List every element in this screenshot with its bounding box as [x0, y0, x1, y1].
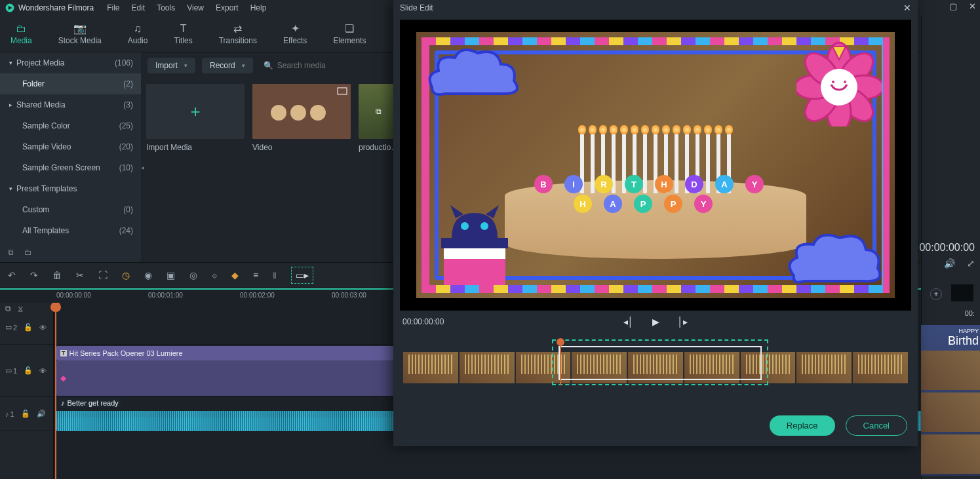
camera-icon: 📷	[73, 22, 87, 35]
tab-audio[interactable]: ♫Audio	[123, 20, 153, 48]
lock-icon[interactable]: 🔓	[24, 323, 33, 332]
panel-collapse-handle[interactable]: ◂	[141, 157, 147, 177]
tab-elements[interactable]: ❏Elements	[328, 20, 371, 48]
speed-icon[interactable]: ◷	[122, 270, 130, 280]
filmstrip-thumb[interactable]	[516, 352, 571, 383]
tab-stock-media[interactable]: 📷Stock Media	[53, 20, 107, 48]
tab-titles[interactable]: TTitles	[168, 20, 197, 48]
menu-file[interactable]: File	[107, 3, 119, 12]
replace-button[interactable]: Replace	[770, 415, 835, 436]
filmstrip-thumb[interactable]	[572, 352, 627, 383]
preview-controls: 🔊 ⤢	[944, 258, 975, 269]
chevron-down-icon: ▾	[9, 185, 12, 192]
ruler-tick: 00:00:01:00	[148, 292, 183, 299]
menu-help[interactable]: Help	[250, 3, 267, 12]
track-manager-icon[interactable]: ⧉	[5, 304, 11, 309]
svg-point-4	[310, 105, 326, 121]
split-icon[interactable]: ✂	[76, 270, 84, 280]
fullscreen-icon[interactable]: ⤢	[967, 258, 975, 269]
record-dropdown[interactable]: Record▾	[202, 58, 253, 73]
media-card-import[interactable]: + Import Media	[146, 84, 245, 152]
filmstrip-thumb[interactable]	[796, 352, 852, 383]
speaker-icon[interactable]: 🔊	[37, 410, 46, 418]
preview-thumb-dark	[951, 284, 973, 301]
sidebar-sample-video[interactable]: Sample Video(20)	[0, 136, 141, 157]
sidebar-project-media[interactable]: ▾Project Media(106)	[0, 52, 141, 73]
new-bin-icon[interactable]: ⧉	[8, 248, 14, 257]
import-dropdown[interactable]: Import▾	[147, 58, 195, 73]
filmstrip-playhead[interactable]	[560, 339, 561, 385]
color-icon[interactable]: ◉	[144, 270, 152, 280]
eye-icon[interactable]: 👁	[39, 367, 47, 375]
music-note-icon: ♫	[134, 23, 142, 35]
media-card-production[interactable]: ⧉ productio…	[359, 84, 398, 152]
app-title: Wondershare Filmora	[18, 3, 94, 12]
tab-effects[interactable]: ✦Effects	[278, 20, 312, 48]
delete-icon[interactable]: 🗑	[52, 270, 62, 280]
audio-mixer-icon[interactable]: ⦀	[273, 270, 277, 281]
search-input[interactable]	[277, 61, 356, 70]
track-head-v1: ▭1🔓👁	[0, 345, 53, 397]
close-icon[interactable]: ✕	[903, 3, 911, 13]
eye-icon[interactable]: 👁	[39, 324, 47, 332]
detach-icon[interactable]: ⟐	[212, 270, 217, 280]
right-filmstrip[interactable]: HAPPYBirthd	[921, 325, 980, 476]
folder-icon: 🗀	[16, 23, 26, 35]
sidebar-sample-green-screen[interactable]: Sample Green Screen(10)	[0, 157, 141, 178]
lock-icon[interactable]: 🔓	[21, 410, 30, 418]
sidebar-bottom-icons: ⧉ 🗀	[0, 242, 141, 262]
gem-icon: ◆	[60, 374, 66, 383]
title-clip[interactable]: THit Series Pack Opener 03 Lumiere	[56, 346, 417, 360]
freeze-icon[interactable]: ▣	[167, 270, 175, 280]
tab-transitions[interactable]: ⇄Transitions	[214, 20, 262, 48]
menu-edit[interactable]: Edit	[132, 3, 146, 12]
keyframe-icon[interactable]: ◆	[231, 270, 239, 280]
menu-view[interactable]: View	[187, 3, 204, 12]
menu-export[interactable]: Export	[216, 3, 239, 12]
timeline-playhead[interactable]	[55, 303, 56, 479]
filmstrip-thumb[interactable]	[684, 352, 739, 383]
play-icon[interactable]: ▶	[652, 316, 659, 327]
dialog-title-bar: Slide Edit ✕	[393, 0, 918, 16]
svg-point-16	[844, 81, 846, 83]
audio-track-icon: ♪	[5, 410, 9, 418]
render-preview-icon[interactable]: ▭▸	[291, 267, 313, 284]
add-marker-icon[interactable]: +	[930, 288, 942, 300]
maximize-icon[interactable]: ▢	[949, 1, 957, 11]
filmstrip-thumb[interactable]	[628, 352, 683, 383]
undo-icon[interactable]: ↶	[8, 270, 16, 280]
sidebar-folder[interactable]: Folder(2)	[0, 73, 141, 94]
crop-icon[interactable]: ⛶	[98, 270, 108, 280]
window-controls: ▢ ✕	[949, 1, 976, 11]
sidebar-shared-media[interactable]: ▸Shared Media(3)	[0, 94, 141, 115]
sidebar-custom[interactable]: Custom(0)	[0, 199, 141, 220]
sidebar-sample-color[interactable]: Sample Color(25)	[0, 115, 141, 136]
video-clip[interactable]: ◆	[56, 360, 417, 396]
filmstrip-thumb[interactable]	[403, 352, 458, 383]
dialog-filmstrip[interactable]	[402, 345, 909, 391]
filmstrip-thumb[interactable]	[460, 352, 515, 383]
preview-panel: 00:00:00:00 🔊 ⤢ + 00: HAPPYBirthd	[921, 16, 980, 479]
green-screen-icon[interactable]: ◎	[189, 270, 197, 280]
media-card-video[interactable]: Video	[252, 84, 351, 152]
cancel-button[interactable]: Cancel	[846, 415, 907, 436]
redo-icon[interactable]: ↷	[30, 270, 38, 280]
filmstrip-thumb[interactable]	[853, 352, 908, 383]
menu-tools[interactable]: Tools	[157, 3, 175, 12]
prev-frame-icon[interactable]: ◂│	[623, 316, 634, 327]
overlay-icon: ⧉	[376, 107, 382, 116]
sidebar-all-templates[interactable]: All Templates(24)	[0, 220, 141, 241]
media-sidebar: ▾Project Media(106) Folder(2) ▸Shared Me…	[0, 52, 141, 262]
sidebar-preset-templates[interactable]: ▾Preset Templates	[0, 178, 141, 199]
next-frame-icon[interactable]: │▸	[678, 316, 688, 327]
volume-icon[interactable]: 🔊	[944, 258, 955, 269]
tab-media[interactable]: 🗀Media	[5, 20, 37, 48]
adjust-icon[interactable]: ≡	[253, 270, 258, 280]
new-folder-icon[interactable]: 🗀	[24, 248, 32, 257]
filmstrip-thumb[interactable]	[741, 352, 796, 383]
svg-point-21	[480, 222, 488, 230]
video-track-icon: ▭	[5, 323, 12, 332]
link-icon[interactable]: ⧖	[18, 304, 23, 309]
lock-icon[interactable]: 🔓	[24, 366, 33, 375]
close-window-icon[interactable]: ✕	[969, 1, 976, 11]
